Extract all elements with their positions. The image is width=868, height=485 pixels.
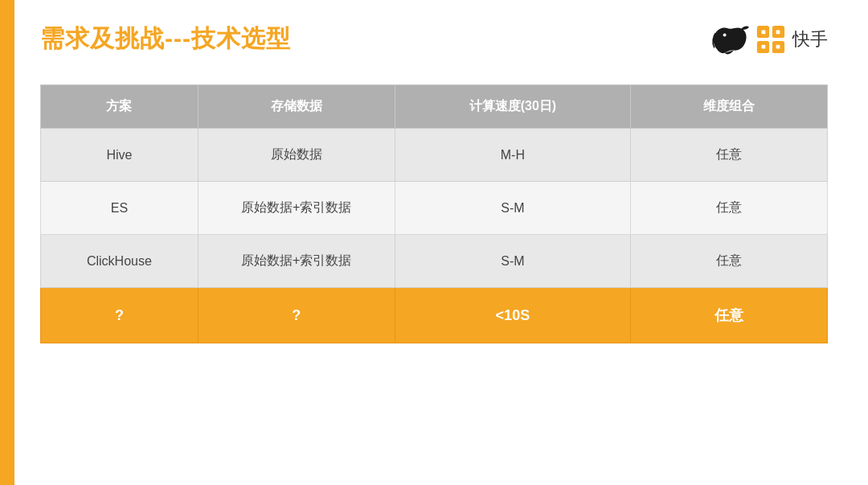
- cell-dim-3: 任意: [631, 288, 828, 343]
- cell-dim-1: 任意: [631, 182, 828, 235]
- table-row: ES 原始数据+索引数据 S-M 任意: [41, 182, 828, 235]
- table-row: ClickHouse 原始数据+索引数据 S-M 任意: [41, 235, 828, 288]
- cell-storage-1: 原始数据+索引数据: [198, 182, 395, 235]
- cell-storage-0: 原始数据: [198, 129, 395, 182]
- cell-solution-3: ?: [41, 288, 199, 343]
- logo-area: 快手: [710, 23, 828, 55]
- cell-solution-1: ES: [41, 182, 199, 235]
- col-header-dim: 维度组合: [631, 85, 828, 129]
- table-row: Hive 原始数据 M-H 任意: [41, 129, 828, 182]
- cell-solution-0: Hive: [41, 129, 199, 182]
- comparison-table-container: 方案 存储数据 计算速度(30日) 维度组合 Hive 原始数据 M-H 任意 …: [40, 84, 828, 437]
- col-header-storage: 存储数据: [198, 85, 395, 129]
- kuaishou-text: 快手: [792, 27, 828, 51]
- left-accent-bar: [0, 0, 14, 485]
- slide: 需求及挑战---技术选型 快手: [0, 0, 868, 485]
- table-header-row: 方案 存储数据 计算速度(30日) 维度组合: [41, 85, 828, 129]
- cell-speed-2: S-M: [395, 235, 631, 288]
- cell-solution-2: ClickHouse: [41, 235, 199, 288]
- cell-speed-1: S-M: [395, 182, 631, 235]
- page-title: 需求及挑战---技术选型: [40, 23, 291, 55]
- cell-speed-0: M-H: [395, 129, 631, 182]
- orca-logo-icon: [710, 23, 749, 55]
- header: 需求及挑战---技术选型 快手: [40, 23, 828, 55]
- svg-rect-6: [776, 30, 780, 34]
- comparison-table: 方案 存储数据 计算速度(30日) 维度组合 Hive 原始数据 M-H 任意 …: [40, 84, 828, 343]
- svg-rect-5: [762, 30, 766, 34]
- cell-dim-0: 任意: [631, 129, 828, 182]
- cell-storage-2: 原始数据+索引数据: [198, 235, 395, 288]
- kuaishou-logo-icon: [755, 24, 786, 55]
- table-row-highlight: ? ? <10S 任意: [41, 288, 828, 343]
- cell-dim-2: 任意: [631, 235, 828, 288]
- svg-point-0: [723, 33, 727, 36]
- cell-speed-3: <10S: [395, 288, 631, 343]
- col-header-solution: 方案: [41, 85, 199, 129]
- col-header-speed: 计算速度(30日): [395, 85, 631, 129]
- svg-rect-7: [762, 44, 766, 48]
- svg-rect-8: [776, 44, 780, 48]
- cell-storage-3: ?: [198, 288, 395, 343]
